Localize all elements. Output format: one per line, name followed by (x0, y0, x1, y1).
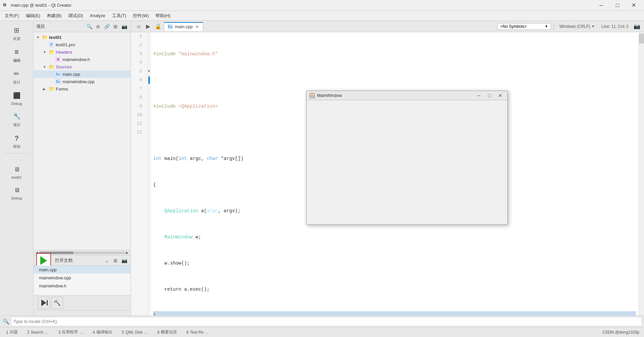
tree-item-headers[interactable]: ▼ 📁 Headers (34, 48, 131, 56)
sidebar-filter-button[interactable]: ⊘ (94, 23, 102, 30)
menu-edit[interactable]: 编辑(E) (22, 11, 44, 20)
open-docs-screenshot[interactable]: 📷 (121, 257, 128, 264)
sidebar-link-button[interactable]: 🔗 (103, 23, 110, 30)
code-token: *argv[]) (218, 154, 243, 163)
h-scrollbar-track[interactable] (39, 251, 125, 254)
tab-maincpp[interactable]: C+ main.cpp ✕ (164, 22, 203, 31)
tree-label-test01: test01 (49, 35, 62, 40)
locate-input[interactable] (11, 318, 641, 326)
folder-icon-test01: 📁 (42, 34, 48, 40)
nav-back-button[interactable]: ◀ (134, 22, 142, 31)
nav-forward-button[interactable]: ▶ (144, 22, 152, 31)
open-docs-addbm[interactable]: ⊞ (112, 257, 119, 264)
float-maximize-button[interactable]: □ (485, 92, 494, 99)
menu-tools[interactable]: 工具(T) (109, 11, 130, 20)
design-icon: ✏ (11, 68, 22, 79)
activity-project[interactable]: 🔧 项目 (2, 108, 32, 130)
code-token: return a.exec(); (153, 285, 210, 294)
monitor-icon: 🖥 (11, 164, 22, 175)
bottom-tab-app[interactable]: 3 应用程序 … (53, 327, 88, 337)
encoding-text: Windows (CRLF) (559, 24, 590, 29)
sidebar-addbm-button[interactable]: ⊞ (112, 23, 119, 30)
bottom-tab-compile[interactable]: 4 编译输出 (88, 327, 117, 337)
build-button[interactable]: 🔨 (51, 297, 63, 309)
open-docs-item-maincpp[interactable]: main.cpp (34, 266, 131, 274)
bottom-tab-testresult[interactable]: 8 Test Re … (182, 327, 214, 337)
sidebar-column: 项目 🔍 ⊘ 🔗 ⊞ 📷 ▼ 📁 test01 (34, 21, 131, 316)
edit-icon: ≡ (11, 47, 22, 57)
activity-design[interactable]: ✏ 设计 (2, 66, 32, 88)
line-num-10: 10 (131, 111, 145, 119)
bottom-tab-issues[interactable]: 1 问题 (1, 327, 22, 337)
status-right-label: CSDN @dong1326p (599, 330, 643, 335)
activity-debug[interactable]: ⬛ Debug (2, 88, 32, 108)
pro-icon: P (48, 42, 54, 48)
minimize-button[interactable]: ─ (594, 0, 609, 11)
activity-test01-monitor[interactable]: 🖥 test01 (2, 161, 32, 182)
maximize-button[interactable]: □ (610, 0, 625, 11)
scroll-right-arrow[interactable]: ▶ (125, 251, 129, 255)
code-token: } (153, 311, 156, 316)
open-docs-list: main.cpp mainwindow.cpp mainwindow.h (34, 266, 131, 295)
tab-label-app: 应用程序 (62, 329, 78, 335)
symbol-selector[interactable]: <No Symbols> ▼ (497, 23, 551, 30)
line-num-9: 9 (131, 102, 145, 111)
fast-run-button[interactable] (38, 297, 50, 309)
close-button[interactable]: ✕ (626, 0, 641, 11)
code-token: #include <QApplication> (153, 102, 218, 111)
folder-icon-headers: 📁 (48, 49, 54, 55)
nav-lock-button[interactable]: 🔒 (154, 22, 163, 31)
menu-file[interactable]: 文件(F) (1, 11, 22, 20)
sidebar-search-button[interactable]: 🔍 (86, 23, 93, 30)
sidebar-screenshot-button[interactable]: 📷 (121, 23, 128, 30)
tab-dots-testresult: … (205, 330, 209, 335)
fold-ind-5[interactable]: ▼ (148, 67, 150, 76)
tree-arrow-headers: ▼ (43, 50, 48, 54)
tab-num-6: 6 (157, 330, 159, 335)
folder-icon-forms: 📁 (48, 86, 54, 92)
tab-label-issues: 问题 (10, 329, 18, 335)
bottom-tab-qml[interactable]: 5 QML Deb … (117, 327, 153, 337)
menu-help[interactable]: 帮助(H) (152, 11, 174, 20)
tree-item-forms[interactable]: ▶ 📁 Forms (34, 85, 131, 93)
float-title-text: MainWindow (317, 93, 472, 98)
activity-welcome-label: 欢迎 (13, 36, 20, 41)
activity-edit[interactable]: ≡ 编辑 (2, 44, 32, 66)
tree-item-mainwindowh[interactable]: H mainwindow.h (34, 56, 131, 63)
activity-welcome[interactable]: ⊞ 欢迎 (2, 22, 32, 44)
tree-item-maincpp[interactable]: C+ main.cpp (34, 70, 131, 78)
open-docs-dropdown[interactable]: ⌄ (103, 257, 110, 264)
tree-item-test01pro[interactable]: P test01.pro (34, 41, 131, 48)
float-title-bar: 🪟 MainWindow ─ □ ✕ (307, 91, 507, 100)
line-numbers: 1 2 3 4 5 6 7 8 9 10 11 12 (131, 32, 148, 316)
code-token: QApplication (165, 207, 198, 215)
tree-item-mainwindowcpp[interactable]: C+ mainwindow.cpp (34, 78, 131, 85)
float-minimize-button[interactable]: ─ (474, 92, 483, 99)
tree-item-sources[interactable]: ▼ 📁 Sources (34, 63, 131, 70)
menu-controls[interactable]: 控件(W) (130, 11, 152, 20)
code-line-11: } (153, 311, 636, 316)
tab-close-button[interactable]: ✕ (195, 24, 199, 29)
fold-ind-9 (148, 102, 150, 111)
app-wrapper: ⚙ main.cpp @ test01 - Qt Creator ─ □ ✕ 文… (0, 0, 644, 337)
editor-screenshot-button[interactable]: 📷 (633, 22, 641, 31)
float-close-button[interactable]: ✕ (496, 92, 505, 99)
menu-debug[interactable]: 调试(D) (65, 11, 86, 20)
activity-debug-monitor[interactable]: 🖥 Debug (2, 182, 32, 203)
bottom-tab-search[interactable]: 2 Search … (22, 327, 54, 337)
open-docs-item-mainwindowcpp[interactable]: mainwindow.cpp (34, 274, 131, 282)
open-docs-item-mainwindowh[interactable]: mainwindow.h (34, 282, 131, 290)
line-num-3: 3 (131, 50, 145, 58)
code-line-10: return a.exec(); (153, 285, 636, 294)
menu-build[interactable]: 构建(B) (44, 11, 65, 20)
encoding-display[interactable]: Windows (CRLF) ▼ (557, 23, 597, 30)
title-text: main.cpp @ test01 - Qt Creator (11, 3, 594, 8)
open-docs-scrollbar[interactable] (34, 310, 131, 316)
tree-item-test01[interactable]: ▼ 📁 test01 (34, 34, 131, 41)
bottom-tab-summary[interactable]: 6 概要信息 (152, 327, 182, 337)
activity-help[interactable]: ? 帮助 (2, 130, 32, 152)
v-scrollbar[interactable] (639, 32, 644, 316)
tree-arrow-sources: ▼ (43, 65, 48, 69)
menu-analyze[interactable]: Analyze (86, 12, 108, 19)
code-token: w; (193, 233, 201, 241)
